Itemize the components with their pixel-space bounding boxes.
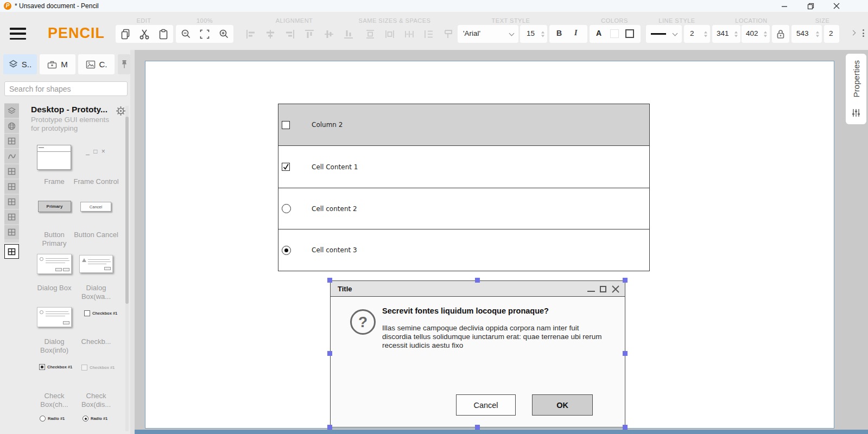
- lock-ratio-button[interactable]: [772, 25, 789, 43]
- location-y-stepper[interactable]: 402: [742, 25, 770, 43]
- tab-cliparts[interactable]: C.: [78, 54, 115, 74]
- wireframe-dialog[interactable]: Title ? Secrevit fontes liquidum locoque…: [330, 280, 625, 427]
- shape-preview-frame-control[interactable]: _ □ ×: [73, 148, 119, 155]
- toolbar-overflow-chevron[interactable]: [851, 31, 855, 35]
- stepper-arrows-icon[interactable]: [816, 31, 819, 37]
- align-bottom-button[interactable]: [339, 25, 358, 43]
- selection-handle-top-right[interactable]: [623, 278, 628, 283]
- shape-label-dialog-box[interactable]: Dialog Box: [31, 284, 77, 292]
- stroke-color-swatch[interactable]: [625, 29, 634, 38]
- collection-button-grid-1[interactable]: [4, 134, 19, 148]
- zoom-out-button[interactable]: [176, 25, 195, 43]
- tab-shapes[interactable]: S..: [3, 54, 37, 74]
- shape-preview-frame[interactable]: [37, 145, 71, 170]
- wireframe-table[interactable]: Column 2 Cell Content 1 Cell content 2 C…: [278, 104, 650, 271]
- collection-button-web[interactable]: [4, 119, 19, 133]
- selection-handle-bottom-left[interactable]: [327, 425, 332, 430]
- collection-button-grid-2[interactable]: [4, 164, 19, 178]
- shape-label-frame[interactable]: Frame: [31, 177, 77, 186]
- gear-icon[interactable]: [116, 106, 126, 116]
- shape-preview-dialog-box-warning[interactable]: [79, 255, 113, 273]
- collection-button-grid-4[interactable]: [4, 195, 19, 209]
- shape-label-dialog-box-warning[interactable]: Dialog Box(wa...: [73, 284, 119, 301]
- same-height-button[interactable]: [360, 25, 380, 43]
- shape-label-button-cancel[interactable]: Button Cancel: [73, 231, 119, 239]
- bold-button[interactable]: B: [556, 29, 562, 37]
- shape-preview-radio[interactable]: Radio #1: [40, 416, 65, 422]
- zoom-in-button[interactable]: [214, 25, 233, 43]
- same-horizontal-space-button[interactable]: [400, 25, 419, 43]
- header-checkbox[interactable]: [282, 121, 290, 129]
- pin-sidebar-button[interactable]: [118, 54, 130, 74]
- font-family-select[interactable]: 'Arial': [458, 25, 518, 43]
- shape-preview-button-cancel[interactable]: Cancel: [80, 202, 111, 212]
- stepper-arrows-icon[interactable]: [704, 31, 707, 37]
- fill-color-swatch[interactable]: [610, 29, 619, 38]
- radio-icon[interactable]: [282, 204, 291, 213]
- checkbox-checked-icon[interactable]: [282, 163, 290, 171]
- table-header-row[interactable]: Column 2: [278, 104, 649, 146]
- table-row[interactable]: Cell content 3: [278, 229, 649, 271]
- window-minimize-button[interactable]: [776, 0, 793, 12]
- table-row[interactable]: Cell Content 1: [278, 146, 649, 188]
- shape-preview-checkbox[interactable]: Checkbox #1: [84, 310, 117, 316]
- selection-handle-bottom-right[interactable]: [623, 425, 628, 430]
- shape-label-checkbox[interactable]: Checkb...: [73, 337, 119, 346]
- stepper-arrows-icon[interactable]: [541, 31, 544, 37]
- selection-handle-bottom-center[interactable]: [475, 425, 480, 430]
- collection-button-stencils[interactable]: [4, 104, 19, 118]
- collection-button-grid-5[interactable]: [4, 210, 19, 224]
- collection-button-desktop-prototype[interactable]: [4, 244, 19, 259]
- align-top-button[interactable]: [300, 25, 319, 43]
- selection-handle-top-center[interactable]: [475, 278, 480, 283]
- align-right-button[interactable]: [280, 25, 300, 43]
- italic-button[interactable]: I: [574, 29, 577, 37]
- cancel-button[interactable]: Cancel: [456, 394, 516, 416]
- copy-button[interactable]: [116, 25, 135, 43]
- line-width-stepper[interactable]: 2: [684, 25, 710, 43]
- font-size-stepper[interactable]: 15: [520, 25, 547, 43]
- selection-handle-middle-right[interactable]: [623, 351, 628, 356]
- search-input[interactable]: [4, 81, 128, 96]
- cut-button[interactable]: [135, 25, 154, 43]
- properties-panel-tab[interactable]: Properties: [846, 54, 866, 124]
- menu-button[interactable]: [10, 28, 26, 40]
- align-middle-button[interactable]: [319, 25, 339, 43]
- location-x-stepper[interactable]: 341: [712, 25, 740, 43]
- align-center-button[interactable]: [261, 25, 280, 43]
- format-painter-button[interactable]: [439, 25, 458, 43]
- shape-preview-radio-checked[interactable]: Radio #1: [83, 416, 107, 422]
- toolbar-overflow-menu[interactable]: [863, 29, 864, 37]
- shape-label-checkbox-disabled[interactable]: Check Box(dis...: [73, 392, 119, 409]
- align-left-button[interactable]: [241, 25, 261, 43]
- tab-my-stuff[interactable]: M: [40, 54, 75, 74]
- stepper-arrows-icon[interactable]: [734, 31, 738, 37]
- ok-button[interactable]: OK: [532, 394, 593, 416]
- shape-preview-dialog-box[interactable]: [37, 254, 72, 274]
- selection-handle-top-left[interactable]: [327, 278, 332, 283]
- shape-preview-button-primary[interactable]: Primary: [38, 201, 71, 212]
- shape-preview-checkbox-checked[interactable]: Checkbox #1: [39, 364, 72, 370]
- line-style-select[interactable]: [646, 25, 682, 43]
- window-close-button[interactable]: [828, 0, 845, 12]
- collection-button-sketchy[interactable]: [4, 149, 19, 163]
- shape-label-button-primary[interactable]: Button Primary: [31, 231, 77, 247]
- shape-label-checkbox-checked[interactable]: Check Box(ch...: [31, 392, 77, 409]
- paste-button[interactable]: [154, 25, 173, 43]
- size-width-stepper[interactable]: 543: [791, 25, 822, 43]
- shape-label-dialog-box-info[interactable]: Dialog Box(info): [31, 337, 77, 354]
- table-row[interactable]: Cell content 2: [278, 188, 649, 229]
- same-width-button[interactable]: [380, 25, 400, 43]
- shape-preview-dialog-box-info[interactable]: [37, 307, 72, 327]
- stepper-arrows-icon[interactable]: [764, 31, 767, 37]
- collection-button-grid-3[interactable]: [4, 180, 19, 194]
- same-vertical-space-button[interactable]: [419, 25, 439, 43]
- selection-handle-middle-left[interactable]: [327, 351, 332, 356]
- radio-checked-icon[interactable]: [282, 246, 291, 255]
- window-restore-button[interactable]: [802, 0, 819, 12]
- zoom-fit-button[interactable]: [195, 25, 214, 43]
- shape-label-frame-control[interactable]: Frame Control: [73, 177, 119, 186]
- text-color-button[interactable]: A: [596, 29, 601, 37]
- shape-preview-checkbox-disabled[interactable]: Checkbox #1: [81, 365, 115, 371]
- canvas-horizontal-scrollbar[interactable]: [135, 430, 868, 434]
